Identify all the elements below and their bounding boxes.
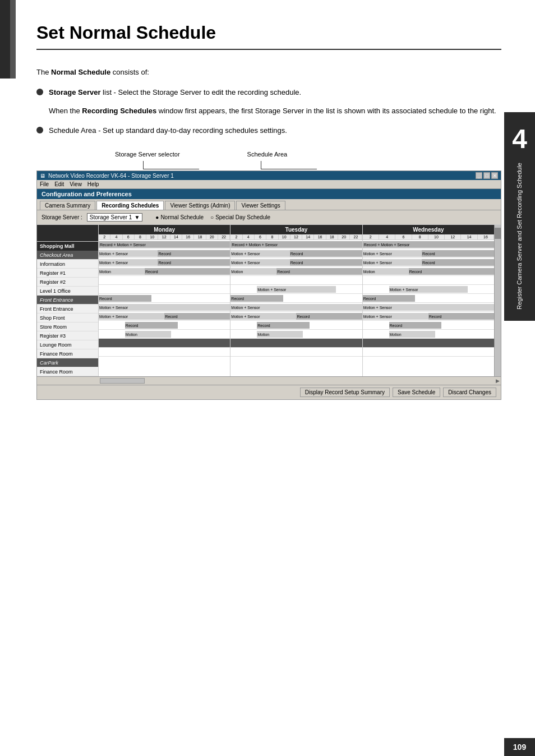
t-tick-8: 8 (266, 234, 278, 239)
w-tick-4: 4 (379, 234, 395, 239)
diagram-area: Storage Server selector Schedule Area 🖥 … (36, 151, 501, 400)
monday-carpark-row (99, 339, 230, 348)
camera-item-finance-room-2[interactable]: Finance Room (37, 367, 98, 376)
tuesday-register2-block2: Record (290, 259, 362, 266)
monday-finance-block: Motion (125, 331, 171, 338)
menu-view[interactable]: View (70, 181, 82, 187)
monday-register3-block2: Record (164, 313, 230, 320)
camera-item-store-room[interactable]: Store Room (37, 322, 98, 331)
day-monday: Monday 2 4 6 8 10 12 14 16 18 20 (99, 225, 230, 376)
vertical-scrollbar[interactable] (494, 225, 501, 376)
tick-16: 16 (182, 234, 194, 239)
wednesday-store-room-block: Motion + Sensor (363, 304, 494, 311)
tuesday-information-block: Record + Motion + Sensor (230, 241, 362, 248)
tab-camera-summary[interactable]: Camera Summary (40, 201, 95, 210)
wednesday-level1-block1: Motion (363, 268, 409, 275)
scrollbar-thumb[interactable] (495, 228, 501, 239)
monday-level1-row: Motion Record (99, 267, 230, 276)
monday-register2-row: Motion + Sensor Record (99, 258, 230, 267)
w-tick-8: 8 (412, 234, 428, 239)
bullet-dot-1 (36, 89, 43, 95)
wednesday-register3-block2: Record (428, 313, 494, 320)
storage-server-value: Storage Server 1 (90, 214, 132, 220)
schedule-grid: Shopping Mall Checkout Area Information … (37, 224, 501, 376)
w-tick-6: 6 (395, 234, 412, 239)
minimize-button[interactable]: _ (476, 172, 482, 179)
monday-level1-block2: Record (145, 268, 230, 275)
chapter-number: 4 (512, 123, 527, 154)
display-record-summary-button[interactable]: Display Record Setup Summary (300, 388, 390, 397)
tuesday-lounge-row: Record (230, 321, 362, 330)
tick-10: 10 (146, 234, 158, 239)
t-tick-20: 20 (338, 234, 350, 239)
monday-information-row: Record + Motion + Sensor (99, 240, 230, 249)
tuesday-register2-row: Motion + Sensor Record (230, 258, 362, 267)
wednesday-time-ruler: 2 4 6 8 10 12 14 16 (363, 234, 494, 240)
tick-4: 4 (110, 234, 122, 239)
camera-item-information[interactable]: Information (37, 260, 98, 269)
save-schedule-button[interactable]: Save Schedule (393, 388, 440, 397)
wednesday-information-row: Record + Motion + Sensor (363, 240, 494, 249)
tab-viewer-settings[interactable]: Viewer Settings (236, 201, 285, 210)
camera-item-shop-front[interactable]: Shop Front (37, 314, 98, 322)
tuesday-finance2-row (230, 348, 362, 357)
t-tick-2: 2 (230, 234, 242, 239)
wednesday-finance-row: Motion (363, 330, 494, 339)
tuesday-carpark-row (230, 339, 362, 348)
wednesday-level1-block2: Record (409, 268, 494, 275)
wednesday-carpark-row (363, 339, 494, 348)
t-tick-10: 10 (279, 234, 290, 239)
monday-header: Monday (99, 225, 230, 234)
horizontal-scrollbar-row: ▶ (37, 376, 501, 385)
connector-line-h2 (261, 169, 317, 169)
menu-edit[interactable]: Edit (54, 181, 64, 187)
radio-normal-icon: ● (155, 214, 159, 220)
monday-register2-block2: Record (158, 259, 230, 266)
camera-item-lounge-room[interactable]: Lounge Room (37, 340, 98, 349)
camera-item-register1[interactable]: Register #1 (37, 269, 98, 278)
scroll-right-arrow[interactable]: ▶ (496, 378, 500, 384)
monday-front-entrance-cam-row (99, 285, 230, 294)
w-tick-2: 2 (363, 234, 379, 239)
tuesday-front-entrance-row (230, 276, 362, 285)
camera-item-level1[interactable]: Level 1 Office (37, 287, 98, 296)
tab-viewer-settings-admin[interactable]: Viewer Settings (Admin) (165, 201, 235, 210)
camera-item-finance-room-1[interactable]: Finance Room (37, 349, 98, 358)
title-bar: 🖥 Network Video Recorder VK-64 - Storage… (37, 171, 501, 180)
chapter-tab: 4 Register Camera Server and Set Recordi… (504, 112, 535, 321)
menu-help[interactable]: Help (87, 181, 99, 187)
camera-item-front-entrance[interactable]: Front Entrance (37, 305, 98, 314)
monday-register1-row: Motion + Sensor Record (99, 249, 230, 258)
monday-front-entrance-row (99, 276, 230, 285)
wednesday-shop-front-row: Record (363, 294, 494, 303)
radio-special-day[interactable]: ○ Special Day Schedule (210, 214, 270, 220)
tuesday-register3-block2: Record (296, 313, 362, 320)
wednesday-register3-block1: Motion + Sensor (363, 313, 428, 320)
storage-server-select[interactable]: Storage Server 1 ▼ (87, 213, 143, 222)
t-tick-6: 6 (255, 234, 266, 239)
menu-file[interactable]: File (40, 181, 49, 187)
monday-information-block: Record + Motion + Sensor (99, 241, 230, 248)
discard-changes-button[interactable]: Discard Changes (443, 388, 496, 397)
camera-item-register3[interactable]: Register #3 (37, 331, 98, 340)
indented-paragraph: When the Recording Schedules window firs… (49, 105, 501, 117)
maximize-button[interactable]: □ (483, 172, 490, 179)
radio-normal-schedule[interactable]: ● Normal Schedule (155, 214, 204, 220)
close-button[interactable]: ✕ (491, 172, 498, 179)
camera-subheader-carpark: CarPark (37, 358, 98, 367)
tuesday-register1-row: Motion + Sensor Record (230, 249, 362, 258)
tab-recording-schedules[interactable]: Recording Schedules (96, 201, 164, 210)
day-columns: Monday 2 4 6 8 10 12 14 16 18 20 (99, 225, 494, 376)
screenshot-container: 🖥 Network Video Recorder VK-64 - Storage… (36, 170, 501, 400)
tuesday-time-ruler: 2 4 6 8 10 12 14 16 18 20 22 (230, 234, 362, 240)
t-tick-4: 4 (243, 234, 255, 239)
tick-8: 8 (135, 234, 146, 239)
main-content: Set Normal Schedule The Normal Schedule … (36, 0, 501, 422)
horizontal-scrollbar[interactable] (100, 378, 145, 384)
monday-register1-block1: Motion + Sensor (99, 250, 158, 257)
t-tick-14: 14 (302, 234, 314, 239)
camera-item-register2[interactable]: Register #2 (37, 278, 98, 287)
title-bar-controls: _ □ ✕ (476, 172, 498, 179)
camera-subheader-checkout: Checkout Area (37, 251, 98, 260)
wednesday-lounge-row: Record (363, 321, 494, 330)
